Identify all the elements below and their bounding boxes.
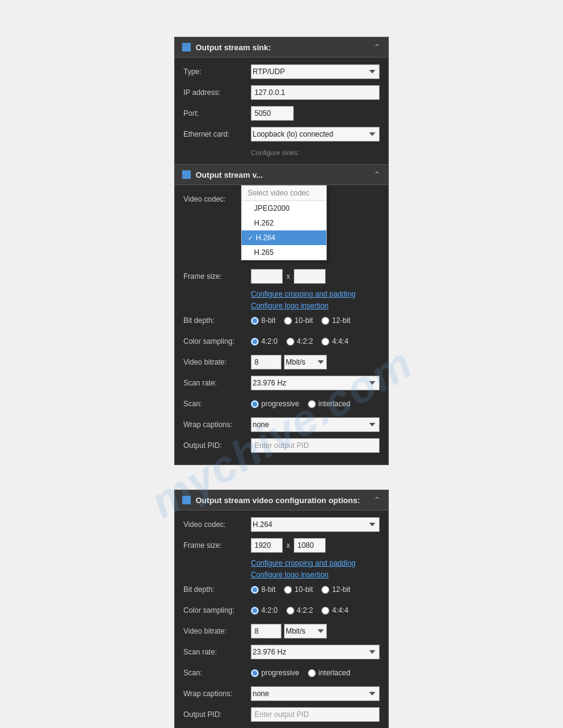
- wrap-captions-label: Wrap captions:: [183, 420, 251, 429]
- frame-height-input[interactable]: [294, 269, 326, 284]
- p2-bitrate-input[interactable]: [251, 624, 282, 639]
- p2-bit-12-option[interactable]: 12-bit: [321, 585, 350, 594]
- p2-configure-logo-link-row: Configure logo insertion: [183, 570, 380, 579]
- color-sampling-label: Color sampling:: [183, 337, 251, 346]
- type-select[interactable]: RTP/UDP: [251, 64, 380, 79]
- p2-scan-row: Scan: progressive interlaced: [183, 665, 380, 681]
- p2-output-pid-row: Output PID:: [183, 707, 380, 722]
- p2-color-420-option[interactable]: 4:2:0: [251, 606, 278, 615]
- codec-option-jpeg2000[interactable]: JPEG2000: [242, 201, 326, 216]
- p2-scan-rate-label: Scan rate:: [183, 648, 251, 656]
- p2-frame-size-label: Frame size:: [183, 541, 251, 550]
- port-row: Port:: [183, 105, 380, 121]
- output-stream-sink-panel: Output stream sink: ⌃ Type: RTP/UDP IP a…: [174, 37, 389, 465]
- p2-bit-10-option[interactable]: 10-bit: [284, 585, 313, 594]
- bit-8-option[interactable]: 8-bit: [251, 316, 275, 325]
- codec-dropdown: Select video codec JPEG2000 H.262 ✓ H.26…: [241, 185, 327, 260]
- p2-wrap-captions-select[interactable]: none: [251, 686, 380, 701]
- p2-scan-rate-select[interactable]: 23.976 Hz: [251, 645, 380, 659]
- p2-frame-width-input[interactable]: [251, 538, 283, 553]
- configure-logo-link[interactable]: Configure logo insertion: [251, 301, 329, 310]
- p2-frame-height-input[interactable]: [294, 538, 326, 553]
- scan-rate-label: Scan rate:: [183, 379, 251, 387]
- p2-scan-interlaced-option[interactable]: interlaced: [308, 669, 350, 677]
- ip-row: IP address:: [183, 85, 380, 100]
- output-stream-video-panel: Output stream video configuration option…: [174, 490, 389, 728]
- p2-output-pid-label: Output PID:: [183, 710, 251, 719]
- frame-width-input[interactable]: [251, 269, 283, 284]
- p2-video-bitrate-row: Video bitrate: Mbit/s: [183, 623, 380, 639]
- p2-output-pid-input[interactable]: [251, 707, 380, 722]
- p2-video-codec-row: Video codec: H.264: [183, 517, 380, 533]
- scan-progressive-option[interactable]: progressive: [251, 400, 299, 408]
- panel2-header: Output stream video configuration option…: [175, 490, 388, 510]
- p2-video-codec-select[interactable]: H.264: [251, 517, 380, 532]
- frame-size-label: Frame size:: [183, 272, 251, 281]
- p2-wrap-captions-row: Wrap captions: none: [183, 686, 380, 702]
- panel2-title: Output stream video configuration option…: [196, 496, 360, 505]
- p2-bit-8-option[interactable]: 8-bit: [251, 585, 275, 594]
- p2-video-codec-label: Video codec:: [183, 520, 251, 529]
- output-pid-input[interactable]: [251, 438, 380, 453]
- codec-option-h265[interactable]: H.265: [242, 245, 326, 260]
- bitrate-unit-select[interactable]: Mbit/s: [284, 355, 327, 370]
- p2-bit-depth-row: Bit depth: 8-bit 10-bit 12-bit: [183, 582, 380, 597]
- panel1-title: Output stream sink:: [196, 43, 271, 52]
- panel1-video-icon: [182, 170, 191, 179]
- bitrate-input[interactable]: [251, 355, 282, 370]
- p2-color-444-option[interactable]: 4:4:4: [321, 606, 348, 615]
- p2-bitrate-unit-select[interactable]: Mbit/s: [284, 624, 327, 639]
- panel1-video-close-icon[interactable]: ⌃: [373, 170, 381, 180]
- color-444-option[interactable]: 4:4:4: [321, 337, 348, 346]
- p2-bit-depth-label: Bit depth:: [183, 585, 251, 594]
- type-row: Type: RTP/UDP: [183, 64, 380, 80]
- output-pid-label: Output PID:: [183, 441, 251, 450]
- color-420-option[interactable]: 4:2:0: [251, 337, 278, 346]
- scan-label: Scan:: [183, 400, 251, 408]
- port-input[interactable]: [251, 106, 294, 121]
- video-bitrate-row: Video bitrate: Mbit/s: [183, 354, 380, 370]
- output-pid-row: Output PID:: [183, 438, 380, 453]
- p2-video-bitrate-label: Video bitrate:: [183, 627, 251, 635]
- p2-configure-cropping-link[interactable]: Configure cropping and padding: [251, 559, 356, 567]
- p2-configure-logo-link[interactable]: Configure logo insertion: [251, 571, 329, 579]
- panel1-video-header: Output stream v... ⌃: [175, 164, 388, 185]
- panel2-close-icon[interactable]: ⌃: [373, 495, 381, 505]
- bit-12-option[interactable]: 12-bit: [321, 316, 350, 325]
- p2-configure-cropping-link-row: Configure cropping and padding: [183, 558, 380, 567]
- ethernet-select[interactable]: Loopback (lo) connected: [251, 127, 380, 142]
- p2-color-422-option[interactable]: 4:2:2: [286, 606, 313, 615]
- p2-scan-rate-row: Scan rate: 23.976 Hz: [183, 644, 380, 660]
- bit-10-option[interactable]: 10-bit: [284, 316, 313, 325]
- panel1-header-icon: [182, 43, 191, 51]
- configure-sinks-text: Configure sinks:: [183, 147, 380, 158]
- frame-size-row: Frame size: x: [183, 268, 380, 284]
- scan-rate-select[interactable]: 23.976 Hz: [251, 376, 380, 390]
- codec-dropdown-header: Select video codec: [242, 186, 326, 201]
- p2-color-sampling-label: Color sampling:: [183, 606, 251, 615]
- codec-option-h264[interactable]: ✓ H.264: [242, 230, 326, 245]
- bit-depth-label: Bit depth:: [183, 316, 251, 325]
- ip-input[interactable]: [251, 85, 380, 100]
- p2-wrap-captions-label: Wrap captions:: [183, 689, 251, 698]
- panel2-header-icon: [182, 496, 191, 504]
- codec-option-h262[interactable]: H.262: [242, 216, 326, 230]
- p2-scan-label: Scan:: [183, 669, 251, 677]
- type-label: Type:: [183, 67, 251, 76]
- port-label: Port:: [183, 109, 251, 118]
- ip-label: IP address:: [183, 88, 251, 97]
- scan-interlaced-option[interactable]: interlaced: [308, 400, 350, 408]
- configure-cropping-link[interactable]: Configure cropping and padding: [251, 290, 356, 298]
- configure-cropping-link-row: Configure cropping and padding: [183, 289, 380, 298]
- panel1-close-icon[interactable]: ⌃: [373, 42, 381, 52]
- scan-row: Scan: progressive interlaced: [183, 396, 380, 412]
- wrap-captions-row: Wrap captions: none: [183, 417, 380, 433]
- ethernet-label: Ethernet card:: [183, 130, 251, 138]
- color-422-option[interactable]: 4:2:2: [286, 337, 313, 346]
- p2-frame-size-row: Frame size: x: [183, 537, 380, 553]
- wrap-captions-select[interactable]: none: [251, 417, 380, 432]
- scan-rate-row: Scan rate: 23.976 Hz: [183, 375, 380, 391]
- p2-scan-progressive-option[interactable]: progressive: [251, 669, 299, 677]
- configure-logo-link-row: Configure logo insertion: [183, 301, 380, 310]
- ethernet-row: Ethernet card: Loopback (lo) connected: [183, 126, 380, 142]
